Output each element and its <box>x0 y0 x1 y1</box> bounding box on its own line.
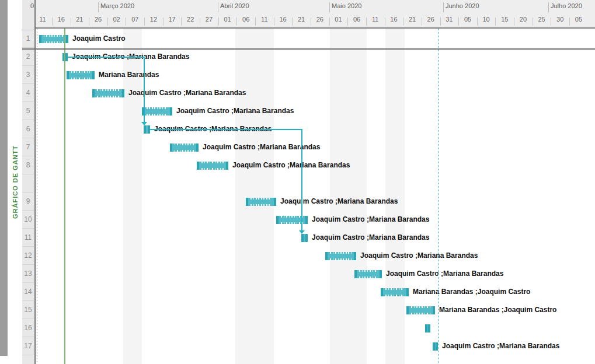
task-resources-label: Joaquim Castro ;Mariana Barandas <box>360 247 478 265</box>
timeline-day-label: 16 <box>58 16 65 23</box>
task-bar-row-5[interactable] <box>142 107 172 116</box>
row-number-cell[interactable]: 4 <box>22 84 34 102</box>
timeline-day-tick <box>311 18 311 26</box>
timeline-day-tick <box>255 18 256 26</box>
timeline-day-label: 21 <box>298 16 305 23</box>
row-number-cell[interactable]: 10 <box>22 211 34 229</box>
dependency-connector-v <box>301 129 302 230</box>
task-bar-row-9[interactable] <box>246 198 276 206</box>
task-bar-row-7[interactable] <box>170 144 199 152</box>
row-number-cell[interactable]: 11 <box>22 229 34 247</box>
dependency-connector-v <box>144 57 145 122</box>
task-bar-row-3[interactable] <box>67 71 95 79</box>
row1-group-separator <box>22 48 595 50</box>
row-number-cell[interactable]: 16 <box>22 319 34 337</box>
task-bar-row-6[interactable] <box>144 125 150 134</box>
dependency-arrow <box>141 122 147 125</box>
row-number-cell[interactable]: 15 <box>22 301 34 319</box>
timeline-day-tick <box>403 18 403 26</box>
dashed-date-marker-line <box>438 29 439 364</box>
timeline-day-tick <box>274 18 274 26</box>
timeline-day-tick <box>181 18 182 26</box>
timeline-month-label: Abril 2020 <box>220 2 249 9</box>
row-number-cell[interactable]: 3 <box>22 66 34 84</box>
timeline-month-tick <box>98 2 99 12</box>
timeline-month-tick <box>443 2 444 12</box>
task-bar-row-11[interactable] <box>301 234 308 242</box>
row-number-cell[interactable]: 6 <box>22 120 34 138</box>
timeline-day-label: 12 <box>150 16 157 23</box>
timeline-day-label: 17 <box>168 16 175 23</box>
row-number-cell[interactable]: 2 <box>22 48 34 66</box>
timeline-day-label: 11 <box>39 16 46 23</box>
task-resources-label: Mariana Barandas ;Joaquim Castro <box>413 283 530 301</box>
timeline-month-label: Julho 2020 <box>551 2 582 9</box>
dependency-connector-h <box>68 57 145 58</box>
task-resources-label: Joaquim Castro ;Mariana Barandas <box>386 265 503 283</box>
timeline-day-tick <box>200 18 200 26</box>
left-edge-strip <box>0 0 8 356</box>
task-resources-label: Mariana Barandas <box>99 66 159 84</box>
timeline-day-tick <box>385 18 385 26</box>
timeline-day-label: 11 <box>261 16 267 23</box>
timeline-month-label: Março 2020 <box>100 2 134 9</box>
task-bar-row-16[interactable] <box>425 324 430 332</box>
timeline-day-label: 11 <box>372 16 378 23</box>
timeline-day-tick <box>52 18 53 26</box>
timeline-month-tick <box>329 2 330 12</box>
timeline-day-label: 26 <box>427 16 434 23</box>
timeline-day-label: 05 <box>464 16 471 23</box>
row-number-cell[interactable]: 5 <box>22 102 34 120</box>
row-number-cell[interactable]: 14 <box>22 283 34 301</box>
timeline-day-label: 16 <box>390 16 397 23</box>
timeline-day-label: 31 <box>446 16 453 23</box>
task-bar-row-17[interactable] <box>433 342 438 351</box>
timeline-day-label: 20 <box>520 16 527 23</box>
timeline-day-tick <box>292 18 293 26</box>
timeline-day-tick <box>477 18 478 26</box>
timeline-day-label: 05 <box>575 16 582 23</box>
task-bar-row-12[interactable] <box>325 252 356 260</box>
timeline-day-tick <box>126 18 126 26</box>
week-shading-band <box>235 29 274 364</box>
row-number-cell-empty <box>22 174 34 192</box>
pane-divider <box>34 0 36 364</box>
project-start-dotted-line <box>37 29 37 364</box>
task-bar-row-15[interactable] <box>406 306 435 314</box>
timeline-day-tick <box>569 18 570 26</box>
task-bar-row-13[interactable] <box>354 270 382 278</box>
row-number-cell[interactable]: 7 <box>22 138 34 156</box>
dependency-connector-h <box>150 129 302 130</box>
task-bar-row-14[interactable] <box>381 288 409 296</box>
task-bar-row-8[interactable] <box>197 162 228 170</box>
task-bar-row-10[interactable] <box>276 216 308 224</box>
timeline-day-tick <box>144 18 145 26</box>
task-resources-label: Joaquim Castro ;Mariana Barandas <box>176 102 294 120</box>
row-number-cell[interactable]: 13 <box>22 265 34 283</box>
row-number-cell[interactable]: 12 <box>22 247 34 265</box>
gantt-view: GRÁFICO DE GANTT 1Joaquim Castro2Joaquim… <box>0 0 595 364</box>
timeline-day-label: 16 <box>279 16 286 23</box>
timeline-day-label: 21 <box>76 16 83 23</box>
task-resources-label: Joaquim Castro ;Mariana Barandas <box>232 156 350 174</box>
timeline-day-label: 26 <box>316 16 323 23</box>
row-number-cell[interactable]: 1 <box>22 30 34 48</box>
timeline-day-label: 30 <box>556 16 563 23</box>
timeline-day-tick <box>440 18 441 26</box>
timeline-day-tick <box>163 18 163 26</box>
task-resources-label: Joaquim Castro ;Mariana Barandas <box>280 192 398 211</box>
timeline-day-label: 22 <box>187 16 194 23</box>
timeline-day-tick <box>533 18 533 26</box>
timeline-day-tick <box>514 18 514 26</box>
timeline-day-label: 01 <box>335 16 342 23</box>
timeline-month-label: Maio 2020 <box>332 2 361 9</box>
green-status-line <box>64 29 65 364</box>
task-bar-row-4[interactable] <box>92 89 124 97</box>
row-number-cell[interactable]: 8 <box>22 156 34 174</box>
row-number-cell[interactable]: 17 <box>22 337 34 355</box>
row-number-cell[interactable]: 9 <box>22 192 34 211</box>
timeline-day-tick <box>495 18 496 26</box>
timeline-month-label: Junho 2020 <box>446 2 479 9</box>
timeline-day-label: 06 <box>353 16 360 23</box>
timeline-day-label: 01 <box>224 16 231 23</box>
